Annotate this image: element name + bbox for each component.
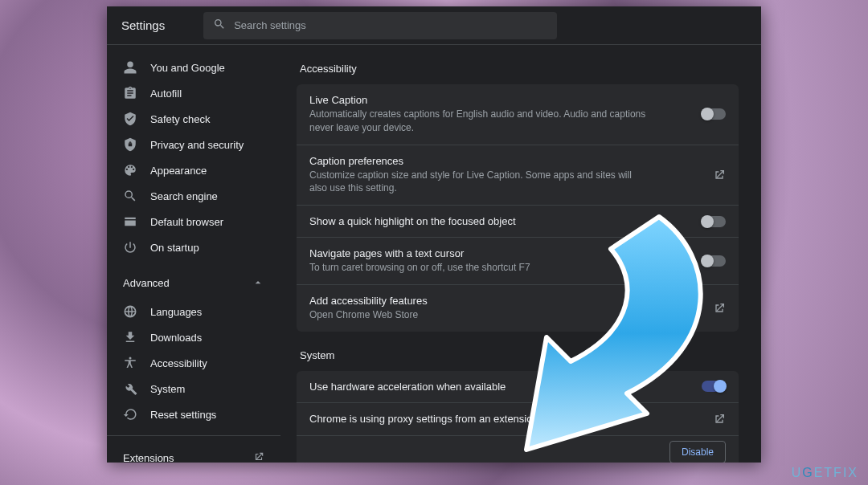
sidebar-item-extensions[interactable]: Extensions: [123, 444, 264, 463]
topbar: Settings: [107, 6, 761, 45]
row-desc: Automatically creates captions for Engli…: [309, 108, 647, 135]
power-icon: [123, 240, 137, 255]
sidebar-item-label: Search engine: [150, 190, 218, 202]
palette-icon: [123, 163, 137, 177]
sidebar-item-label: Privacy and security: [150, 139, 244, 151]
row-desc: Customize caption size and style for Liv…: [309, 169, 647, 196]
row-title: Live Caption: [309, 94, 647, 106]
sidebar-item-label: System: [150, 383, 185, 395]
sidebar-item-on-startup[interactable]: On startup: [107, 234, 280, 260]
external-link-icon: [253, 451, 264, 463]
sidebar-item-label: Safety check: [150, 113, 210, 125]
sidebar-item-privacy[interactable]: Privacy and security: [107, 132, 280, 157]
toggle-hardware-acceleration[interactable]: [702, 381, 726, 392]
sidebar-item-label: Autofill: [150, 88, 182, 100]
toggle-live-caption[interactable]: [702, 108, 726, 120]
sidebar-item-accessibility[interactable]: Accessibility: [107, 350, 280, 376]
row-title: Use hardware acceleration when available: [309, 381, 506, 393]
accessibility-icon: [123, 356, 137, 370]
chevron-up-icon: [252, 276, 264, 289]
sidebar-item-autofill[interactable]: Autofill: [107, 80, 280, 106]
search-input[interactable]: [234, 19, 547, 31]
external-link-icon: [713, 302, 726, 315]
sidebar-item-safety-check[interactable]: Safety check: [107, 106, 280, 132]
row-title: Show a quick highlight on the focused ob…: [309, 215, 516, 227]
sidebar-item-label: Reset settings: [150, 409, 216, 421]
sidebar-item-default-browser[interactable]: Default browser: [107, 209, 280, 234]
sidebar-item-label: Appearance: [150, 165, 207, 177]
row-add-accessibility-features[interactable]: Add accessibility features Open Chrome W…: [297, 284, 739, 332]
toggle-caret-browsing[interactable]: [702, 255, 726, 267]
main-content: Accessibility Live Caption Automatically…: [280, 45, 761, 463]
accessibility-card: Live Caption Automatically creates capti…: [297, 84, 739, 332]
row-hardware-acceleration: Use hardware acceleration when available: [297, 371, 739, 402]
shield-check-icon: [123, 112, 137, 126]
search-field[interactable]: [203, 12, 557, 39]
section-title-accessibility: Accessibility: [300, 63, 739, 75]
sidebar-item-label: Languages: [150, 306, 202, 318]
lock-icon: [123, 137, 137, 152]
system-card: Use hardware acceleration when available…: [297, 371, 739, 463]
row-title: Caption preferences: [309, 155, 647, 167]
row-desc: Open Chrome Web Store: [309, 308, 428, 322]
clipboard-icon: [123, 86, 137, 100]
sidebar-item-label: Downloads: [150, 332, 202, 344]
disable-button[interactable]: Disable: [669, 441, 726, 463]
sidebar-section-advanced[interactable]: Advanced: [107, 267, 280, 299]
sidebar-item-you-and-google[interactable]: You and Google: [107, 55, 280, 80]
section-title-system: System: [300, 349, 739, 361]
row-title: Chrome is using proxy settings from an e…: [309, 413, 538, 425]
sidebar-item-label: On startup: [150, 242, 199, 254]
person-icon: [123, 60, 137, 75]
globe-icon: [123, 304, 137, 319]
external-link-icon: [713, 413, 726, 426]
row-title: Add accessibility features: [309, 295, 428, 307]
sidebar-item-system[interactable]: System: [107, 376, 280, 401]
sidebar-item-languages[interactable]: Languages: [107, 299, 280, 324]
sidebar-item-label: Accessibility: [150, 357, 207, 369]
row-disable: Disable: [297, 435, 739, 463]
sidebar-item-reset-settings[interactable]: Reset settings: [107, 401, 280, 427]
sidebar-item-label: Extensions: [123, 452, 174, 463]
settings-window: Settings You and Google Autofill Safety …: [107, 6, 761, 463]
sidebar-item-appearance[interactable]: Appearance: [107, 157, 280, 183]
search-icon: [123, 189, 137, 203]
watermark: UGETFIX: [792, 466, 858, 480]
row-caption-preferences[interactable]: Caption preferences Customize caption si…: [297, 145, 739, 206]
download-icon: [123, 330, 137, 344]
row-live-caption: Live Caption Automatically creates capti…: [297, 84, 739, 145]
search-icon: [213, 18, 226, 34]
sidebar-item-downloads[interactable]: Downloads: [107, 324, 280, 350]
browser-icon: [123, 214, 137, 229]
sidebar-item-label: Default browser: [150, 216, 223, 228]
toggle-focus-highlight[interactable]: [702, 216, 726, 227]
row-caret-browsing: Navigate pages with a text cursor To tur…: [297, 237, 739, 284]
row-proxy-settings[interactable]: Chrome is using proxy settings from an e…: [297, 402, 739, 435]
wrench-icon: [123, 381, 137, 396]
row-title: Navigate pages with a text cursor: [309, 247, 530, 259]
sidebar-section-label: Advanced: [123, 277, 170, 289]
sidebar: You and Google Autofill Safety check Pri…: [107, 45, 280, 463]
divider: [107, 435, 280, 436]
external-link-icon: [713, 169, 726, 181]
restore-icon: [123, 407, 137, 422]
sidebar-item-label: You and Google: [150, 62, 225, 74]
sidebar-item-search-engine[interactable]: Search engine: [107, 183, 280, 209]
page-title: Settings: [121, 18, 165, 32]
row-focus-highlight: Show a quick highlight on the focused ob…: [297, 205, 739, 237]
body: You and Google Autofill Safety check Pri…: [107, 45, 761, 463]
row-desc: To turn caret browsing on or off, use th…: [309, 261, 530, 275]
